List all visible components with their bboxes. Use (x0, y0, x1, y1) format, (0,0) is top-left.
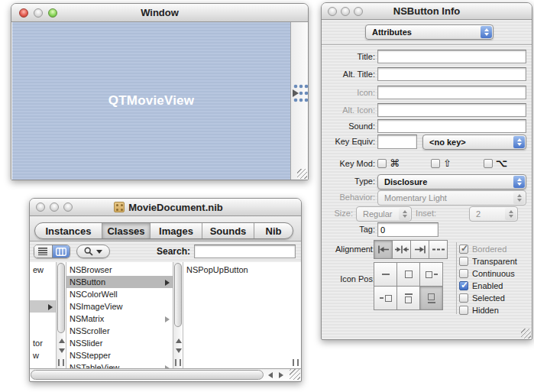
column-view-icon (56, 248, 66, 256)
list-item[interactable]: NSImageView (66, 300, 173, 313)
type-popup[interactable]: Disclosure (377, 174, 526, 190)
behavior-label: Behavior: (322, 193, 375, 202)
sound-field[interactable] (377, 119, 526, 133)
list-item[interactable]: NSTableView (66, 361, 173, 368)
inspector-titlebar[interactable]: NSButton Info (322, 3, 532, 20)
list-item-selected[interactable]: NSButton (66, 276, 173, 288)
list-item[interactable]: NSScroller (66, 325, 173, 337)
resize-grip-icon[interactable] (290, 369, 300, 380)
nib-titlebar[interactable]: MovieDocument.nib (30, 199, 301, 216)
horizontal-scrollbar[interactable] (30, 368, 301, 381)
tag-label: Tag: (322, 225, 375, 234)
icon-pos-line-over-button[interactable] (396, 286, 420, 310)
search-input[interactable] (194, 245, 296, 258)
tab-nib[interactable]: Nib (254, 223, 293, 238)
shift-checkbox[interactable] (431, 159, 440, 168)
list-item-selected[interactable] (30, 300, 56, 313)
qtmovieview-canvas[interactable]: QTMovieView (11, 22, 290, 180)
size-popup: Regular (356, 206, 412, 222)
hidden-checkbox[interactable] (459, 306, 468, 315)
search-icon (84, 247, 93, 256)
scrollbar-thumb[interactable] (57, 263, 65, 333)
key-equiv-field[interactable] (377, 134, 417, 149)
browser-column-1[interactable]: ew tor w (30, 262, 56, 368)
align-center-icon (394, 245, 409, 254)
enabled-checkbox[interactable]: ✓ (459, 281, 468, 290)
line-over-square-icon (405, 293, 413, 303)
type-label: Type: (322, 177, 375, 186)
alt-title-field[interactable] (377, 67, 526, 81)
tab-classes[interactable]: Classes (102, 223, 150, 238)
scroll-right-icon[interactable] (279, 372, 283, 378)
search-mode-button[interactable] (76, 245, 110, 258)
nib-window-title: MovieDocument.nib (128, 202, 223, 213)
title-field[interactable] (377, 50, 526, 63)
column-resize-handle[interactable] (293, 359, 299, 366)
class-browser: ew tor w NSBrowser NSButton NSColorWell … (30, 262, 301, 368)
column-view-button[interactable] (53, 245, 70, 258)
column2-scrollbar[interactable] (173, 262, 183, 368)
tag-field[interactable] (377, 222, 439, 237)
transparent-checkbox[interactable] (459, 257, 468, 266)
scroll-up-icon[interactable] (176, 339, 182, 343)
bordered-checkbox: ✓ (459, 245, 468, 254)
popup-stepper-icon (513, 192, 525, 204)
align-center-button[interactable] (392, 240, 411, 259)
list-item[interactable]: NSColorWell (66, 288, 173, 300)
scroll-up-icon[interactable] (59, 339, 65, 343)
list-item[interactable]: tor (30, 337, 56, 349)
line-under-square-icon (428, 293, 435, 303)
icon-label: Icon: (322, 88, 375, 97)
list-view-button[interactable] (34, 245, 53, 258)
browser-column-2[interactable]: NSBrowser NSButton NSColorWell NSImageVi… (66, 262, 173, 368)
design-window-titlebar[interactable]: Window (11, 4, 308, 22)
inspector-title: NSButton Info (322, 5, 532, 17)
scrollbar-thumb[interactable] (31, 370, 264, 380)
list-item[interactable]: NSPopUpButton (183, 264, 301, 276)
icon-field[interactable] (377, 86, 526, 99)
tab-images[interactable]: Images (150, 223, 202, 238)
list-view-icon (38, 248, 47, 255)
icon-pos-square-button[interactable] (396, 262, 420, 287)
list-item[interactable]: w (30, 349, 56, 361)
alt-icon-field[interactable] (377, 103, 526, 117)
pane-selector-popup[interactable]: Attributes (365, 24, 494, 40)
tab-sounds[interactable]: Sounds (202, 223, 254, 238)
tab-instances[interactable]: Instances (35, 223, 102, 238)
align-natural-button[interactable] (429, 240, 448, 259)
checkbox-label: Continuous (472, 269, 515, 278)
continuous-checkbox[interactable] (459, 269, 468, 278)
column-resize-handle[interactable] (175, 359, 181, 366)
icon-pos-line-under-button[interactable] (419, 286, 443, 310)
selected-checkbox[interactable] (459, 293, 468, 303)
column1-scrollbar[interactable] (56, 262, 66, 368)
divider (456, 242, 457, 314)
icon-pos-square-dash-button[interactable] (419, 262, 443, 287)
align-left-button[interactable] (374, 240, 393, 259)
disclosure-arrow-icon (165, 280, 170, 286)
list-item[interactable]: NSMatrix (66, 313, 173, 325)
key-equiv-popup[interactable]: <no key> (422, 134, 526, 150)
scroll-down-icon[interactable] (59, 348, 65, 353)
browser-column-3[interactable]: NSPopUpButton (183, 262, 301, 368)
nib-file-icon (114, 202, 125, 212)
align-right-button[interactable] (410, 240, 429, 259)
scroller-strip (290, 22, 308, 180)
option-checkbox[interactable] (484, 159, 493, 168)
command-key-icon: ⌘ (390, 157, 400, 169)
resize-grip-icon[interactable] (521, 329, 531, 339)
resize-grip-icon[interactable] (297, 169, 307, 179)
list-item[interactable]: NSBrowser (66, 264, 173, 276)
scroll-down-icon[interactable] (176, 348, 182, 353)
column-resize-handle[interactable] (58, 359, 64, 366)
icon-pos-dash-button[interactable] (374, 262, 397, 287)
list-item[interactable]: NSSlider (66, 337, 173, 349)
scrollbar-thumb[interactable] (174, 263, 182, 327)
command-checkbox[interactable] (377, 159, 387, 168)
square-icon (405, 271, 413, 278)
scroll-left-icon[interactable] (268, 372, 273, 378)
drag-handle-icon[interactable] (292, 83, 309, 103)
list-item[interactable]: NSStepper (66, 349, 173, 361)
list-item[interactable]: ew (30, 264, 56, 276)
icon-pos-dash-square-button[interactable] (374, 286, 397, 310)
